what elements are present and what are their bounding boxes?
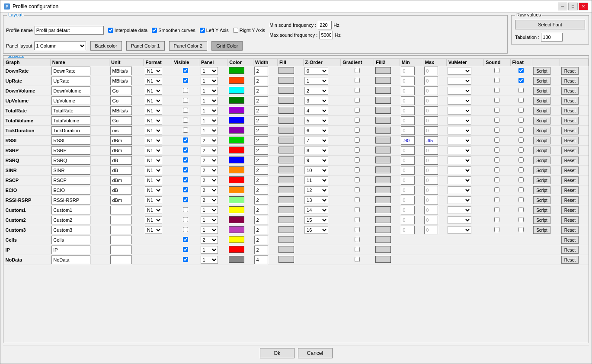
- min-input[interactable]: [401, 226, 415, 234]
- ok-button[interactable]: Ok: [260, 348, 294, 358]
- layout-group-label[interactable]: Layout: [7, 13, 24, 17]
- gradient-checkbox[interactable]: [355, 217, 360, 222]
- right-y-checkbox[interactable]: [233, 28, 238, 33]
- name-input[interactable]: [51, 206, 90, 214]
- float-checkbox[interactable]: [518, 88, 524, 93]
- format-select[interactable]: N1N2N0: [145, 226, 162, 234]
- min-input[interactable]: [401, 166, 415, 175]
- color-swatch[interactable]: [229, 127, 244, 134]
- gradient-checkbox[interactable]: [355, 118, 360, 123]
- format-select[interactable]: N1N2N0: [145, 137, 162, 144]
- width-input[interactable]: [254, 106, 268, 115]
- width-input[interactable]: [254, 67, 268, 75]
- fill-swatch[interactable]: [278, 147, 294, 153]
- visible-checkbox[interactable]: [183, 177, 188, 182]
- fill-swatch[interactable]: [278, 176, 294, 183]
- back-color-button[interactable]: Back color: [90, 41, 122, 51]
- panel-select[interactable]: 123: [201, 67, 218, 75]
- panel-select[interactable]: 123: [201, 97, 218, 105]
- format-select[interactable]: N1N2N0: [145, 206, 162, 214]
- min-input[interactable]: [401, 116, 415, 125]
- color-swatch[interactable]: [229, 156, 244, 163]
- fill-swatch[interactable]: [278, 107, 294, 114]
- sound-checkbox[interactable]: [494, 227, 499, 232]
- color-swatch[interactable]: [229, 87, 244, 94]
- fill2-swatch[interactable]: [375, 256, 391, 263]
- width-input[interactable]: [254, 226, 268, 234]
- name-input[interactable]: [51, 166, 90, 175]
- min-input[interactable]: [401, 67, 415, 75]
- name-input[interactable]: [51, 86, 90, 95]
- zorder-select[interactable]: 01234567891011121314151617181920: [304, 137, 328, 144]
- min-input[interactable]: [401, 206, 415, 214]
- format-select[interactable]: N1N2N0: [145, 107, 162, 115]
- sound-checkbox[interactable]: [494, 167, 499, 172]
- float-checkbox[interactable]: [518, 217, 524, 222]
- reset-button[interactable]: Reset: [561, 166, 579, 174]
- fill2-swatch[interactable]: [375, 117, 391, 124]
- unit-input[interactable]: [110, 236, 132, 244]
- zorder-select[interactable]: 01234567891011121314151617181920: [304, 206, 328, 214]
- panel-select[interactable]: 123: [201, 226, 218, 234]
- sound-checkbox[interactable]: [494, 88, 499, 93]
- panel-select[interactable]: 123: [201, 107, 218, 115]
- max-input[interactable]: [424, 136, 438, 145]
- gradient-checkbox[interactable]: [355, 167, 360, 172]
- float-checkbox[interactable]: [518, 137, 524, 143]
- gradient-checkbox[interactable]: [355, 247, 360, 252]
- script-button[interactable]: Script: [533, 206, 550, 214]
- reset-button[interactable]: Reset: [561, 107, 579, 115]
- fill2-swatch[interactable]: [375, 127, 391, 134]
- reset-button[interactable]: Reset: [561, 117, 579, 125]
- color-swatch[interactable]: [229, 196, 244, 203]
- name-input[interactable]: [51, 96, 90, 105]
- zorder-select[interactable]: 01234567891011121314151617181920: [304, 97, 328, 105]
- max-input[interactable]: [424, 86, 438, 95]
- fill-swatch[interactable]: [278, 206, 294, 213]
- sound-checkbox[interactable]: [494, 68, 499, 73]
- panel-select[interactable]: 123: [201, 216, 218, 224]
- gradient-checkbox[interactable]: [355, 147, 360, 153]
- zorder-select[interactable]: 01234567891011121314151617181920: [304, 186, 328, 194]
- color-swatch[interactable]: [229, 147, 244, 153]
- name-input[interactable]: [51, 196, 90, 204]
- fill2-swatch[interactable]: [375, 67, 391, 74]
- width-input[interactable]: [254, 216, 268, 224]
- fill2-swatch[interactable]: [375, 196, 391, 203]
- gradient-checkbox[interactable]: [355, 68, 360, 73]
- reset-button[interactable]: Reset: [561, 67, 579, 75]
- zorder-select[interactable]: 01234567891011121314151617181920: [304, 117, 328, 125]
- color-swatch[interactable]: [229, 166, 244, 173]
- zorder-select[interactable]: 01234567891011121314151617181920: [304, 196, 328, 204]
- unit-input[interactable]: [110, 116, 132, 125]
- min-input[interactable]: [401, 186, 415, 195]
- sound-checkbox[interactable]: [494, 197, 499, 202]
- script-button[interactable]: Script: [533, 186, 550, 194]
- gradient-checkbox[interactable]: [355, 227, 360, 232]
- fill-swatch[interactable]: [278, 127, 294, 134]
- reset-button[interactable]: Reset: [561, 97, 579, 105]
- vumeter-select[interactable]: linearlog: [448, 216, 471, 224]
- zorder-select[interactable]: 01234567891011121314151617181920: [304, 226, 328, 234]
- panel-color2-button[interactable]: Panel Color 2: [169, 41, 208, 51]
- gradient-checkbox[interactable]: [355, 128, 360, 133]
- gradient-checkbox[interactable]: [355, 108, 360, 113]
- script-button[interactable]: Script: [533, 176, 550, 184]
- reset-button[interactable]: Reset: [561, 77, 579, 85]
- fill2-swatch[interactable]: [375, 107, 391, 114]
- script-button[interactable]: Script: [533, 127, 550, 134]
- width-input[interactable]: [254, 146, 268, 155]
- float-checkbox[interactable]: [518, 187, 524, 192]
- width-input[interactable]: [254, 77, 268, 85]
- vumeter-select[interactable]: linearlog: [448, 137, 471, 144]
- reset-button[interactable]: Reset: [561, 256, 579, 264]
- reset-button[interactable]: Reset: [561, 216, 579, 224]
- float-checkbox[interactable]: [518, 197, 524, 202]
- profile-name-input[interactable]: [35, 26, 104, 35]
- visible-checkbox[interactable]: [183, 227, 188, 232]
- max-input[interactable]: [424, 67, 438, 75]
- vumeter-select[interactable]: linearlog: [448, 156, 471, 164]
- gradient-checkbox[interactable]: [355, 88, 360, 93]
- reset-button[interactable]: Reset: [561, 206, 579, 214]
- color-swatch[interactable]: [229, 67, 244, 74]
